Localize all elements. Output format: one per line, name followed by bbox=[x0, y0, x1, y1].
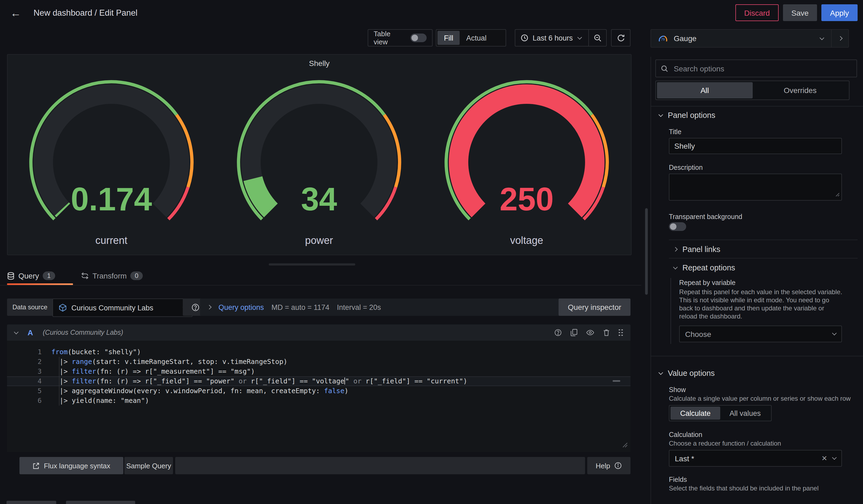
chevron-right-icon bbox=[207, 305, 212, 310]
section-divider bbox=[650, 106, 863, 106]
tab-query[interactable]: Query 1 bbox=[7, 269, 55, 283]
panel-resize-handle[interactable] bbox=[269, 263, 355, 265]
delete-query-icon[interactable] bbox=[603, 329, 610, 336]
max-data-points-text: MD = auto = 1174 bbox=[272, 303, 329, 311]
panel-options-header[interactable]: Panel options bbox=[659, 111, 715, 119]
fields-label: Fields bbox=[669, 476, 687, 483]
tab-query-label: Query bbox=[18, 272, 39, 280]
panel-links-header[interactable]: Panel links bbox=[674, 245, 720, 254]
clear-icon[interactable]: ✕ bbox=[821, 454, 827, 462]
time-range-picker[interactable]: Last 6 hours bbox=[515, 34, 588, 42]
query-datasource-hint: (Curious Community Labs) bbox=[43, 329, 123, 336]
reducer-select[interactable]: Last * ✕ bbox=[669, 450, 842, 467]
panel-title: Shelly bbox=[8, 59, 631, 67]
back-arrow-icon[interactable]: ← bbox=[9, 6, 23, 20]
choose-placeholder: Choose bbox=[685, 330, 711, 338]
code-lines: 1from(bucket: "shelly")2 |> range(start:… bbox=[7, 341, 630, 406]
query-options-link[interactable]: Query options bbox=[218, 303, 264, 311]
drag-handle-icon[interactable] bbox=[618, 329, 623, 336]
calculation-label: Calculation bbox=[669, 431, 702, 439]
svg-text:0.174: 0.174 bbox=[71, 181, 152, 217]
search-options-field[interactable] bbox=[655, 60, 857, 77]
influxdb-icon bbox=[59, 303, 67, 312]
query-options-bar[interactable]: Query options MD = auto = 1174 Interval … bbox=[200, 299, 570, 316]
panel-links-title: Panel links bbox=[683, 245, 720, 254]
transform-icon bbox=[81, 272, 89, 280]
chevron-right-icon bbox=[673, 247, 678, 252]
zoom-out-button[interactable] bbox=[589, 30, 606, 46]
description-label: Description bbox=[669, 164, 703, 172]
svg-text:current: current bbox=[96, 235, 128, 246]
help-button[interactable]: Help bbox=[587, 457, 630, 474]
table-view-label: Table view bbox=[374, 30, 405, 46]
help-label: Help bbox=[596, 462, 610, 470]
value-options-title: Value options bbox=[668, 369, 715, 377]
duplicate-query-icon[interactable] bbox=[571, 329, 577, 336]
clock-icon bbox=[521, 34, 528, 42]
repeat-options-header[interactable]: Repeat options bbox=[674, 263, 735, 272]
grafana-edit-panel-page: ← New dashboard / Edit Panel Discard Sav… bbox=[0, 0, 863, 504]
time-range-group: Last 6 hours bbox=[515, 29, 607, 47]
editor-resize-corner-icon[interactable] bbox=[622, 440, 628, 450]
sample-query-button[interactable]: Sample Query bbox=[124, 457, 173, 474]
sub-divider bbox=[669, 240, 858, 240]
query-ref-id: A bbox=[28, 328, 33, 337]
tab-all[interactable]: All bbox=[657, 82, 752, 98]
datasource-name: Curious Community Labs bbox=[71, 304, 179, 312]
actual-option[interactable]: Actual bbox=[460, 31, 493, 45]
add-query-button-partial[interactable] bbox=[7, 501, 56, 504]
apply-button[interactable]: Apply bbox=[821, 4, 858, 21]
sidebar-left-border bbox=[650, 57, 651, 504]
external-link-icon bbox=[33, 462, 39, 469]
table-view-control: Table view bbox=[368, 29, 433, 47]
info-circle-icon bbox=[614, 462, 622, 469]
flux-syntax-button[interactable]: Flux language syntax bbox=[20, 457, 123, 474]
transparent-bg-label: Transparent background bbox=[669, 213, 742, 220]
hide-query-icon[interactable] bbox=[586, 329, 594, 336]
chevron-down-icon bbox=[673, 265, 678, 269]
query-row-header[interactable]: A (Curious Community Labs) bbox=[7, 325, 630, 341]
value-options-header[interactable]: Value options bbox=[659, 369, 715, 377]
gauge: 34power bbox=[215, 79, 423, 248]
tab-overrides[interactable]: Overrides bbox=[752, 82, 848, 98]
sub-divider bbox=[669, 258, 858, 259]
discard-button[interactable]: Discard bbox=[735, 4, 779, 21]
database-icon bbox=[7, 272, 15, 280]
panel-description-textarea[interactable] bbox=[669, 174, 842, 201]
panel-title-input[interactable] bbox=[669, 138, 842, 154]
refresh-button[interactable] bbox=[611, 29, 630, 47]
fill-option[interactable]: Fill bbox=[437, 31, 460, 45]
fill-actual-segment: Fill Actual bbox=[436, 29, 506, 47]
search-input[interactable] bbox=[673, 64, 852, 73]
query-inspector-button[interactable]: Query inspector bbox=[559, 299, 630, 316]
section-divider bbox=[650, 356, 863, 356]
calculate-option[interactable]: Calculate bbox=[671, 407, 720, 420]
all-values-option[interactable]: All values bbox=[720, 407, 770, 420]
flux-syntax-label: Flux language syntax bbox=[44, 462, 110, 470]
transparent-bg-toggle[interactable] bbox=[669, 222, 686, 231]
flux-code-editor[interactable]: 1from(bucket: "shelly")2 |> range(start:… bbox=[7, 341, 630, 452]
expression-button-partial[interactable] bbox=[66, 501, 135, 504]
gauge: 0.174current bbox=[8, 79, 215, 248]
tab-transform[interactable]: Transform 0 bbox=[81, 269, 143, 283]
time-range-label: Last 6 hours bbox=[533, 34, 573, 42]
gauge: 250voltage bbox=[423, 79, 630, 248]
tabs-divider bbox=[0, 285, 641, 286]
query-help-icon[interactable] bbox=[554, 329, 562, 336]
save-button[interactable]: Save bbox=[783, 4, 817, 21]
table-view-toggle[interactable] bbox=[410, 34, 427, 42]
collapse-sidebar-icon[interactable] bbox=[831, 37, 848, 40]
datasource-picker[interactable]: Curious Community Labs bbox=[52, 299, 192, 317]
chevron-down-icon bbox=[659, 112, 663, 117]
chevron-down-icon bbox=[820, 35, 824, 40]
repeat-options-title: Repeat options bbox=[683, 263, 735, 272]
collapse-chevron-icon[interactable] bbox=[14, 330, 18, 334]
interval-text: Interval = 20s bbox=[337, 303, 381, 311]
svg-text:250: 250 bbox=[500, 181, 554, 217]
reducer-value: Last * bbox=[675, 454, 694, 463]
editor-footer-spacer bbox=[175, 457, 585, 474]
visualization-picker[interactable]: 79 Gauge bbox=[650, 29, 849, 48]
indent-guide bbox=[671, 278, 671, 344]
scrollbar-thumb[interactable] bbox=[645, 208, 648, 295]
repeat-variable-select[interactable]: Choose bbox=[679, 326, 842, 342]
